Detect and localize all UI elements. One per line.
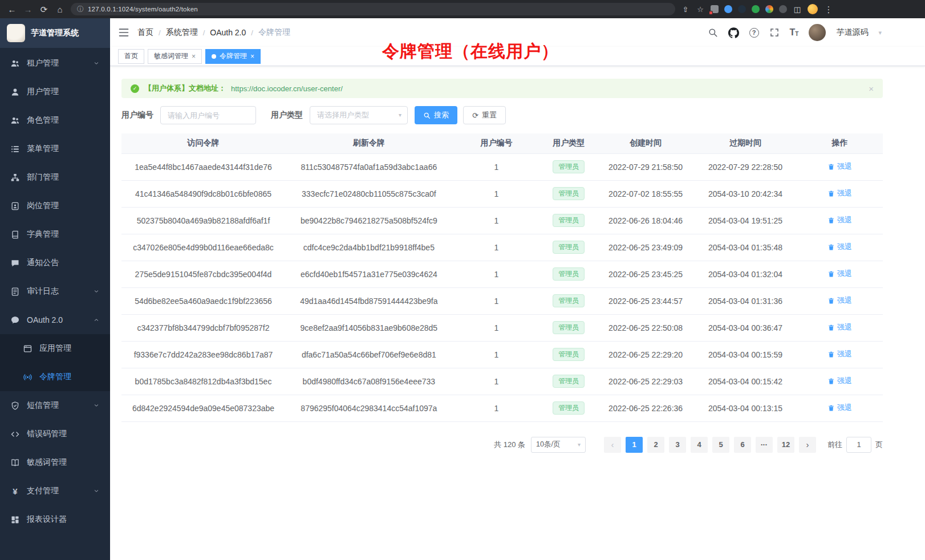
share-icon[interactable]: ⇧ [681,6,690,13]
shield-icon [10,401,20,411]
col-access-token: 访问令牌 [121,133,285,153]
page-button-2[interactable]: 2 [647,437,664,453]
sidebar-item-error-code[interactable]: 错误码管理 [0,420,110,448]
extension-icon-2[interactable] [724,5,732,13]
sidebar-item-dict[interactable]: 字典管理 [0,220,110,249]
close-icon[interactable]: × [250,53,254,60]
username[interactable]: 芋道源码 [836,27,868,38]
sidebar-item-label: 审计日志 [27,286,86,297]
sidebar-item-payment[interactable]: ¥ 支付管理 [0,477,110,505]
page-size-select[interactable]: 10条/页 ▾ [531,437,586,453]
user-type-badge: 管理员 [553,401,585,414]
extension-icon-5[interactable] [765,5,773,13]
sidebar-item-oauth[interactable]: OAuth 2.0 [0,306,110,334]
sidebar-item-dept[interactable]: 部门管理 [0,163,110,192]
extension-icon-4[interactable] [752,5,760,13]
sidebar-item-audit-log[interactable]: 审计日志 [0,277,110,306]
search-form: 用户编号 用户类型 请选择用户类型 ▾ 搜索 ⟳ 重置 [121,106,883,124]
logo-bar[interactable]: 芋道管理系统 [0,18,110,48]
sidebar-item-oauth-token[interactable]: 令牌管理 [0,363,110,391]
force-logout-button[interactable]: 强退 [827,242,852,252]
table-row: c347026e805e4d99b0d116eae66eda8c cdfc4ce… [121,234,883,261]
breadcrumb-system[interactable]: 系统管理 [166,27,198,38]
sidebar-item-user[interactable]: 用户管理 [0,78,110,106]
user-icon [10,87,20,97]
breadcrumb-home[interactable]: 首页 [137,27,153,38]
force-logout-button[interactable]: 强退 [827,403,852,413]
force-logout-button[interactable]: 强退 [827,161,852,172]
force-logout-button[interactable]: 强退 [827,295,852,306]
user-type-select[interactable]: 请选择用户类型 ▾ [310,106,408,124]
chevron-up-icon [93,316,100,323]
delete-icon [827,190,835,197]
browser-reload-icon[interactable]: ⟳ [39,5,49,14]
address-bar[interactable]: ⓘ 127.0.0.1:1024/system/oauth2/token [71,3,675,15]
force-logout-button[interactable]: 强退 [827,322,852,332]
dashboard-grid-icon [10,515,20,525]
github-icon[interactable] [728,27,739,38]
force-logout-button[interactable]: 强退 [827,376,852,386]
font-size-icon[interactable]: TT [790,28,799,37]
sidebar-item-sms[interactable]: 短信管理 [0,391,110,420]
bookmark-star-icon[interactable]: ☆ [696,6,705,13]
sidebar-item-label: OAuth 2.0 [27,315,86,324]
help-icon[interactable]: ? [749,28,759,38]
table-row: f9336e7c7dd242a283ee98dc86b17a87 dfa6c71… [121,341,883,368]
tab-sensitive-word[interactable]: 敏感词管理 × [148,49,202,64]
site-info-icon[interactable]: ⓘ [77,6,84,13]
delete-icon [827,378,835,385]
open-book-icon [10,458,20,468]
close-icon[interactable]: × [192,53,196,60]
sidebar-toggle-icon[interactable] [118,27,129,38]
tab-home[interactable]: 首页 [118,49,144,64]
reset-button[interactable]: ⟳ 重置 [463,106,506,124]
sidebar-item-sensitive-word[interactable]: 敏感词管理 [0,448,110,477]
pager: ‹ 1 2 3 4 5 6 ••• 12 › [604,437,816,453]
page-button-3[interactable]: 3 [669,437,686,453]
prev-page-button[interactable]: ‹ [604,437,621,453]
sidebar-item-tenant[interactable]: 租户管理 [0,49,110,78]
goto-page-input[interactable] [846,437,871,453]
breadcrumb-oauth[interactable]: OAuth 2.0 [210,28,246,37]
page-button-1[interactable]: 1 [626,437,643,453]
browser-forward-icon[interactable]: → [23,5,33,14]
page-button-12[interactable]: 12 [777,437,794,453]
search-icon [423,112,431,119]
browser-back-icon[interactable]: ← [7,5,17,14]
browser-menu-icon[interactable]: ⋮ [823,5,834,14]
alert-close-icon[interactable]: × [869,84,874,94]
sidebar-item-post[interactable]: 岗位管理 [0,192,110,220]
browser-home-icon[interactable]: ⌂ [55,5,65,14]
extension-icon-6[interactable] [779,5,787,13]
user-id-input[interactable] [160,106,256,124]
page-button-5[interactable]: 5 [712,437,729,453]
tab-token[interactable]: 令牌管理 × [205,49,261,64]
sidebar-item-notice[interactable]: 通知公告 [0,249,110,277]
browser-profile-avatar[interactable] [808,4,818,14]
doc-link[interactable]: https://doc.iocoder.cn/user-center/ [231,84,343,93]
force-logout-button[interactable]: 强退 [827,215,852,225]
user-type-badge: 管理员 [553,294,585,307]
split-view-icon[interactable]: ◫ [793,6,802,13]
page-button-4[interactable]: 4 [691,437,708,453]
sidebar-item-menu[interactable]: 菜单管理 [0,135,110,163]
sidebar-item-label: 部门管理 [27,172,100,182]
sidebar-item-label: 错误码管理 [27,429,100,439]
sidebar-item-oauth-app[interactable]: 应用管理 [0,334,110,363]
page-button-6[interactable]: 6 [734,437,751,453]
force-logout-button[interactable]: 强退 [827,349,852,359]
fullscreen-icon[interactable] [769,27,780,38]
search-button[interactable]: 搜索 [415,106,457,124]
force-logout-button[interactable]: 强退 [827,269,852,279]
force-logout-button[interactable]: 强退 [827,188,852,198]
user-menu-caret-icon[interactable]: ▾ [878,29,882,36]
sidebar-item-role[interactable]: 角色管理 [0,106,110,135]
search-icon[interactable] [708,27,718,38]
extension-icon-1[interactable] [711,5,719,13]
more-pages-button[interactable]: ••• [756,437,773,453]
extension-icon-3[interactable] [738,5,746,13]
sidebar-item-report-designer[interactable]: 报表设计器 [0,505,110,534]
next-page-button[interactable]: › [799,437,816,453]
user-avatar[interactable] [809,24,826,41]
sidebar: 芋道管理系统 租户管理 用户管理 角色管理 菜单管理 部 [0,18,110,560]
